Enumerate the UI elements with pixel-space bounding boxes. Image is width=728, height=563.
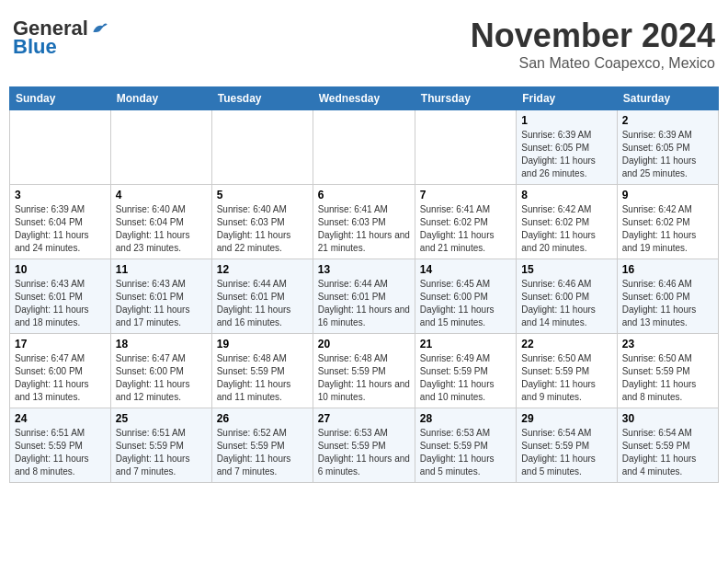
day-number: 28 [420, 412, 511, 425]
day-info: Sunrise: 6:51 AM Sunset: 5:59 PM Dayligh… [15, 427, 106, 478]
day-info: Sunrise: 6:44 AM Sunset: 6:01 PM Dayligh… [217, 278, 308, 329]
day-number: 6 [318, 189, 410, 201]
table-row: 19Sunrise: 6:48 AM Sunset: 5:59 PM Dayli… [211, 334, 313, 408]
header-thursday: Thursday [415, 87, 516, 110]
table-row: 22Sunrise: 6:50 AM Sunset: 5:59 PM Dayli… [517, 334, 617, 408]
table-row: 20Sunrise: 6:48 AM Sunset: 5:59 PM Dayli… [313, 334, 415, 408]
day-number: 23 [622, 338, 713, 350]
logo-blue-text: Blue [13, 35, 57, 59]
calendar-table: Sunday Monday Tuesday Wednesday Thursday… [9, 86, 719, 483]
day-info: Sunrise: 6:53 AM Sunset: 5:59 PM Dayligh… [420, 427, 511, 478]
table-row: 23Sunrise: 6:50 AM Sunset: 5:59 PM Dayli… [617, 334, 718, 408]
day-info: Sunrise: 6:42 AM Sunset: 6:02 PM Dayligh… [521, 203, 611, 255]
day-info: Sunrise: 6:43 AM Sunset: 6:01 PM Dayligh… [116, 278, 207, 329]
day-number: 10 [15, 263, 106, 276]
calendar-week-row: 1Sunrise: 6:39 AM Sunset: 6:05 PM Daylig… [10, 110, 719, 185]
table-row: 12Sunrise: 6:44 AM Sunset: 6:01 PM Dayli… [211, 259, 313, 334]
day-info: Sunrise: 6:48 AM Sunset: 5:59 PM Dayligh… [318, 352, 410, 404]
day-info: Sunrise: 6:42 AM Sunset: 6:02 PM Dayligh… [622, 203, 713, 255]
logo: General Blue [13, 17, 108, 59]
day-number: 24 [15, 412, 106, 425]
calendar-header-row: Sunday Monday Tuesday Wednesday Thursday… [10, 87, 719, 110]
day-number: 4 [116, 189, 207, 201]
day-info: Sunrise: 6:46 AM Sunset: 6:00 PM Dayligh… [521, 278, 611, 329]
month-title: November 2024 [471, 17, 715, 55]
table-row: 28Sunrise: 6:53 AM Sunset: 5:59 PM Dayli… [415, 408, 516, 483]
day-number: 13 [318, 263, 410, 276]
header-wednesday: Wednesday [313, 87, 415, 110]
day-info: Sunrise: 6:39 AM Sunset: 6:05 PM Dayligh… [622, 129, 713, 180]
table-row: 6Sunrise: 6:41 AM Sunset: 6:03 PM Daylig… [313, 185, 415, 259]
day-number: 9 [622, 189, 713, 201]
table-row: 18Sunrise: 6:47 AM Sunset: 6:00 PM Dayli… [110, 334, 211, 408]
table-row [313, 110, 415, 185]
calendar-week-row: 24Sunrise: 6:51 AM Sunset: 5:59 PM Dayli… [10, 408, 719, 483]
table-row [110, 110, 211, 185]
table-row: 2Sunrise: 6:39 AM Sunset: 6:05 PM Daylig… [617, 110, 718, 185]
day-number: 18 [116, 338, 207, 350]
day-info: Sunrise: 6:44 AM Sunset: 6:01 PM Dayligh… [318, 278, 410, 329]
table-row: 8Sunrise: 6:42 AM Sunset: 6:02 PM Daylig… [517, 185, 617, 259]
day-info: Sunrise: 6:40 AM Sunset: 6:03 PM Dayligh… [217, 203, 308, 255]
day-info: Sunrise: 6:41 AM Sunset: 6:03 PM Dayligh… [318, 203, 410, 255]
table-row: 27Sunrise: 6:53 AM Sunset: 5:59 PM Dayli… [313, 408, 415, 483]
day-number: 27 [318, 412, 410, 425]
table-row: 9Sunrise: 6:42 AM Sunset: 6:02 PM Daylig… [617, 185, 718, 259]
day-info: Sunrise: 6:50 AM Sunset: 5:59 PM Dayligh… [521, 352, 611, 404]
day-info: Sunrise: 6:54 AM Sunset: 5:59 PM Dayligh… [521, 427, 611, 478]
table-row: 3Sunrise: 6:39 AM Sunset: 6:04 PM Daylig… [10, 185, 111, 259]
calendar-week-row: 17Sunrise: 6:47 AM Sunset: 6:00 PM Dayli… [10, 334, 719, 408]
day-number: 22 [521, 338, 611, 350]
table-row: 14Sunrise: 6:45 AM Sunset: 6:00 PM Dayli… [415, 259, 516, 334]
day-number: 2 [622, 114, 713, 127]
day-info: Sunrise: 6:39 AM Sunset: 6:04 PM Dayligh… [15, 203, 106, 255]
day-number: 29 [521, 412, 611, 425]
day-number: 25 [116, 412, 207, 425]
table-row [211, 110, 313, 185]
table-row: 29Sunrise: 6:54 AM Sunset: 5:59 PM Dayli… [517, 408, 617, 483]
day-number: 20 [318, 338, 410, 350]
header-friday: Friday [517, 87, 617, 110]
day-number: 16 [622, 263, 713, 276]
day-number: 3 [15, 189, 106, 201]
location-title: San Mateo Coapexco, Mexico [471, 55, 715, 72]
day-info: Sunrise: 6:46 AM Sunset: 6:00 PM Dayligh… [622, 278, 713, 329]
day-number: 26 [217, 412, 308, 425]
table-row: 24Sunrise: 6:51 AM Sunset: 5:59 PM Dayli… [10, 408, 111, 483]
table-row: 25Sunrise: 6:51 AM Sunset: 5:59 PM Dayli… [110, 408, 211, 483]
table-row: 11Sunrise: 6:43 AM Sunset: 6:01 PM Dayli… [110, 259, 211, 334]
table-row: 13Sunrise: 6:44 AM Sunset: 6:01 PM Dayli… [313, 259, 415, 334]
table-row: 7Sunrise: 6:41 AM Sunset: 6:02 PM Daylig… [415, 185, 516, 259]
header-saturday: Saturday [617, 87, 718, 110]
calendar-week-row: 10Sunrise: 6:43 AM Sunset: 6:01 PM Dayli… [10, 259, 719, 334]
day-number: 1 [521, 114, 611, 127]
table-row: 26Sunrise: 6:52 AM Sunset: 5:59 PM Dayli… [211, 408, 313, 483]
day-info: Sunrise: 6:54 AM Sunset: 5:59 PM Dayligh… [622, 427, 713, 478]
table-row: 17Sunrise: 6:47 AM Sunset: 6:00 PM Dayli… [10, 334, 111, 408]
table-row [415, 110, 516, 185]
header: General Blue November 2024 San Mateo Coa… [9, 9, 719, 79]
day-info: Sunrise: 6:50 AM Sunset: 5:59 PM Dayligh… [622, 352, 713, 404]
day-info: Sunrise: 6:47 AM Sunset: 6:00 PM Dayligh… [15, 352, 106, 404]
table-row: 5Sunrise: 6:40 AM Sunset: 6:03 PM Daylig… [211, 185, 313, 259]
day-info: Sunrise: 6:51 AM Sunset: 5:59 PM Dayligh… [116, 427, 207, 478]
day-info: Sunrise: 6:40 AM Sunset: 6:04 PM Dayligh… [116, 203, 207, 255]
day-info: Sunrise: 6:53 AM Sunset: 5:59 PM Dayligh… [318, 427, 410, 478]
day-number: 11 [116, 263, 207, 276]
day-info: Sunrise: 6:39 AM Sunset: 6:05 PM Dayligh… [521, 129, 611, 180]
day-number: 19 [217, 338, 308, 350]
day-info: Sunrise: 6:47 AM Sunset: 6:00 PM Dayligh… [116, 352, 207, 404]
day-number: 14 [420, 263, 511, 276]
calendar-week-row: 3Sunrise: 6:39 AM Sunset: 6:04 PM Daylig… [10, 185, 719, 259]
day-number: 21 [420, 338, 511, 350]
title-area: November 2024 San Mateo Coapexco, Mexico [471, 17, 715, 72]
table-row: 15Sunrise: 6:46 AM Sunset: 6:00 PM Dayli… [517, 259, 617, 334]
day-info: Sunrise: 6:52 AM Sunset: 5:59 PM Dayligh… [217, 427, 308, 478]
day-number: 7 [420, 189, 511, 201]
table-row: 4Sunrise: 6:40 AM Sunset: 6:04 PM Daylig… [110, 185, 211, 259]
day-number: 17 [15, 338, 106, 350]
day-info: Sunrise: 6:49 AM Sunset: 5:59 PM Dayligh… [420, 352, 511, 404]
table-row [10, 110, 111, 185]
table-row: 30Sunrise: 6:54 AM Sunset: 5:59 PM Dayli… [617, 408, 718, 483]
day-number: 5 [217, 189, 308, 201]
